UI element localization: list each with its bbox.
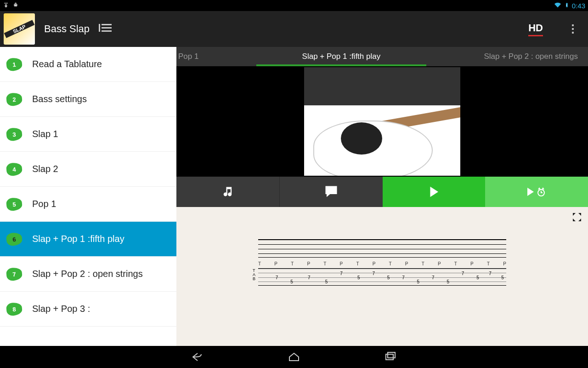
recent-apps-button[interactable] <box>384 350 397 364</box>
tab-fret-number: 5 <box>476 275 479 280</box>
lesson-number-badge: 5 <box>6 197 23 211</box>
play-slow-button[interactable] <box>485 177 588 207</box>
video-thumbnail <box>304 67 460 176</box>
play-icon <box>427 184 441 200</box>
technique-mark: T <box>389 261 392 266</box>
lesson-number-badge: 7 <box>6 267 23 281</box>
technique-mark: P <box>405 261 408 266</box>
lesson-number-badge: 6 <box>6 232 23 246</box>
lesson-list-icon[interactable] <box>99 24 112 34</box>
technique-mark: T <box>258 261 261 266</box>
tab-fret-number: 7 <box>432 275 435 280</box>
back-button[interactable] <box>191 350 204 364</box>
technique-mark: T <box>487 261 490 266</box>
sidebar-item-8[interactable]: 8Slap + Pop 3 : <box>0 292 176 327</box>
app-icon[interactable]: SLAP <box>4 13 35 45</box>
lesson-content: Pop 1 Slap + Pop 1 :fifth play Slap + Po… <box>176 47 588 346</box>
technique-mark: T <box>323 261 326 266</box>
tab-active-label: Slap + Pop 1 :fifth play <box>302 52 381 61</box>
sidebar-item-label: Slap 1 <box>32 129 58 139</box>
tablature-area: TPTPTPTPTPTPTPTP TAB 7575757575757575 <box>176 207 588 346</box>
technique-mark: T <box>291 261 294 266</box>
tab-fret-number: 5 <box>357 275 360 280</box>
comment-button[interactable] <box>279 177 383 207</box>
sidebar-item-label: Slap 2 <box>32 164 58 174</box>
play-button[interactable] <box>383 177 486 207</box>
technique-mark: T <box>422 261 424 266</box>
app-title: Bass Slap <box>44 23 90 35</box>
speech-bubble-icon <box>323 185 339 199</box>
action-bar: SLAP Bass Slap HD <box>0 11 588 47</box>
playback-controls <box>176 177 588 207</box>
technique-row: TPTPTPTPTPTPTPTP <box>258 261 506 266</box>
sidebar-item-label: Slap + Pop 1 :fifth play <box>32 234 124 244</box>
sidebar-item-label: Bass settings <box>32 94 87 104</box>
sidebar-item-7[interactable]: 7Slap + Pop 2 : open strings <box>0 257 176 292</box>
notation-button[interactable] <box>176 177 279 207</box>
tab-fret-number: 5 <box>387 275 390 280</box>
technique-mark: P <box>373 261 376 266</box>
technique-mark: T <box>454 261 457 266</box>
music-note-icon <box>221 184 234 200</box>
tab-fret-number: 7 <box>372 271 375 276</box>
tab-next[interactable]: Slap + Pop 2 : open strings <box>474 47 588 66</box>
technique-mark: P <box>470 261 474 266</box>
lesson-number-badge: 4 <box>6 162 23 176</box>
download-icon <box>3 2 9 10</box>
tab-fret-number: 5 <box>501 275 504 280</box>
tab-fret-number: 7 <box>340 271 343 276</box>
sidebar-item-5[interactable]: 5Pop 1 <box>0 187 176 222</box>
sidebar-item-label: Pop 1 <box>32 199 56 209</box>
lesson-number-badge: 1 <box>6 57 23 71</box>
play-tempo-icon <box>526 185 548 199</box>
home-button[interactable] <box>287 350 301 364</box>
hd-button[interactable]: HD <box>528 22 543 36</box>
lesson-number-badge: 2 <box>6 92 23 106</box>
tab-next-label: Slap + Pop 2 : open strings <box>484 52 578 61</box>
tab-prev[interactable]: Pop 1 <box>176 47 209 66</box>
svg-rect-2 <box>388 352 395 358</box>
status-time: 0:43 <box>572 2 585 10</box>
sidebar-item-label: Read a Tablature <box>32 59 102 69</box>
tab-fret-number: 7 <box>402 275 405 280</box>
tab-staff: TAB 7575757575757575 <box>258 268 506 286</box>
sidebar-item-3[interactable]: 3Slap 1 <box>0 117 176 152</box>
tab-fret-number: 7 <box>276 275 278 280</box>
technique-mark: P <box>274 261 277 266</box>
technique-mark: P <box>438 261 441 266</box>
battery-icon <box>565 1 569 10</box>
technique-mark: T <box>356 261 359 266</box>
status-bar: 0:43 <box>0 0 588 11</box>
tab-fret-number: 5 <box>290 279 293 284</box>
music-staff <box>258 239 506 258</box>
sidebar-item-6[interactable]: 6Slap + Pop 1 :fifth play <box>0 222 176 257</box>
video-area[interactable] <box>176 66 588 177</box>
system-navbar <box>0 346 588 368</box>
lesson-list: 1Read a Tablature2Bass settings3Slap 14S… <box>0 47 176 346</box>
tab-fret-number: 7 <box>308 275 311 280</box>
tab-prev-label: Pop 1 <box>178 52 198 61</box>
sidebar-item-2[interactable]: 2Bass settings <box>0 82 176 117</box>
tab-line-label: B <box>253 277 255 281</box>
expand-icon[interactable] <box>571 212 582 224</box>
sidebar-item-label: Slap + Pop 2 : open strings <box>32 269 143 279</box>
tab-fret-number: 5 <box>447 279 449 284</box>
tab-fret-number: 7 <box>462 271 464 276</box>
lesson-number-badge: 8 <box>6 302 23 316</box>
technique-mark: P <box>307 261 310 266</box>
tab-fret-number: 5 <box>325 279 328 284</box>
overflow-menu-icon[interactable] <box>566 24 580 34</box>
tab-fret-number: 5 <box>417 279 420 284</box>
lesson-tabs: Pop 1 Slap + Pop 1 :fifth play Slap + Po… <box>176 47 588 66</box>
sidebar-item-4[interactable]: 4Slap 2 <box>0 152 176 187</box>
tab-fret-number: 7 <box>489 271 492 276</box>
svg-rect-1 <box>386 354 393 360</box>
android-icon <box>12 2 19 10</box>
technique-mark: P <box>503 261 506 266</box>
wifi-icon <box>554 2 562 10</box>
technique-mark: P <box>340 261 343 266</box>
sidebar-item-label: Slap + Pop 3 : <box>32 304 90 314</box>
tab-active[interactable]: Slap + Pop 1 :fifth play <box>209 47 474 66</box>
lesson-number-badge: 3 <box>6 127 23 141</box>
sidebar-item-1[interactable]: 1Read a Tablature <box>0 47 176 82</box>
